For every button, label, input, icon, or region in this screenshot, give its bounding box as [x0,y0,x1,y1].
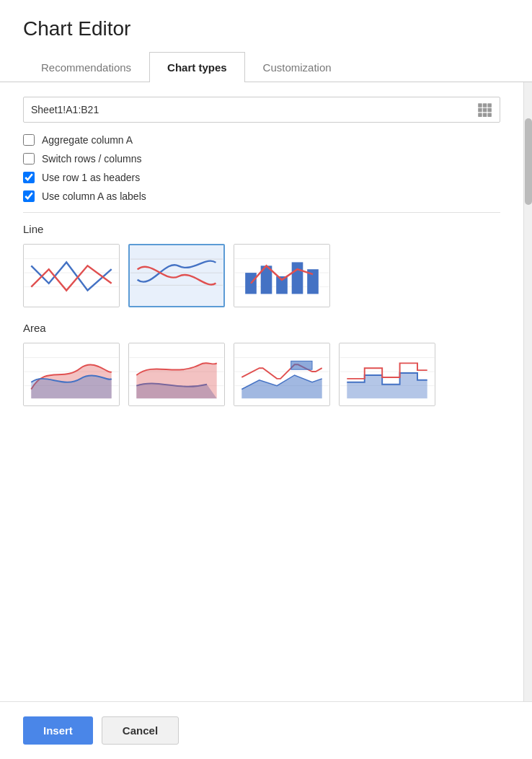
checkbox-use-column-labels: Use column A as labels [23,190,500,202]
chart-area1[interactable] [23,343,120,406]
chart-line-bar-combo[interactable] [234,244,330,307]
section-label-area: Area [23,322,500,334]
line-chart-grid [23,244,500,307]
checkbox-aggregate-input[interactable] [23,134,35,146]
checkbox-use-column-labels-input[interactable] [23,190,35,202]
scrollbar-track [523,82,532,701]
svg-rect-0 [478,103,482,108]
checkbox-use-row-headers-label: Use row 1 as headers [42,172,140,183]
tab-customization[interactable]: Customization [245,52,350,82]
cancel-button[interactable]: Cancel [102,716,179,745]
checkbox-use-row-headers: Use row 1 as headers [23,172,500,183]
svg-rect-6 [478,113,482,117]
dialog-header: Chart Editor [0,0,532,52]
grid-icon[interactable] [476,102,492,118]
svg-rect-24 [292,262,303,294]
svg-rect-1 [483,103,487,108]
checkbox-switch-rows-input[interactable] [23,153,35,164]
insert-button[interactable]: Insert [23,716,93,745]
checkbox-aggregate-label: Aggregate column A [42,134,133,146]
section-label-line: Line [23,223,500,235]
svg-rect-3 [478,108,482,113]
section-divider [23,212,500,213]
area-chart-grid [23,343,500,406]
checkbox-switch-rows-label: Switch rows / columns [42,153,141,164]
scrollbar-thumb[interactable] [525,118,532,205]
svg-rect-8 [487,113,492,117]
chart-line1[interactable] [23,244,120,307]
checkbox-aggregate: Aggregate column A [23,134,500,146]
tab-bar: Recommendations Chart types Customizatio… [0,52,532,82]
checkbox-use-row-headers-input[interactable] [23,172,35,183]
svg-rect-13 [130,245,223,306]
chart-editor-dialog: Chart Editor Recommendations Chart types… [0,0,532,759]
svg-rect-38 [291,361,312,369]
tab-recommendations[interactable]: Recommendations [23,52,149,82]
checkbox-use-column-labels-label: Use column A as labels [42,190,146,202]
svg-rect-5 [487,108,492,113]
data-range-input[interactable] [31,104,476,115]
dialog-footer: Insert Cancel [0,701,532,759]
chart-area3[interactable] [234,343,330,406]
chart-area2[interactable] [128,343,225,406]
data-range-row [23,97,500,123]
checkbox-switch-rows: Switch rows / columns [23,153,500,164]
content-area: Aggregate column A Switch rows / columns… [0,82,532,701]
chart-line2[interactable] [128,244,225,307]
main-panel: Aggregate column A Switch rows / columns… [0,82,523,701]
svg-rect-7 [483,113,487,117]
svg-rect-2 [487,103,492,108]
dialog-title: Chart Editor [23,17,509,40]
tab-chart-types[interactable]: Chart types [149,52,245,82]
svg-rect-4 [483,108,487,113]
chart-area4[interactable] [339,343,435,406]
